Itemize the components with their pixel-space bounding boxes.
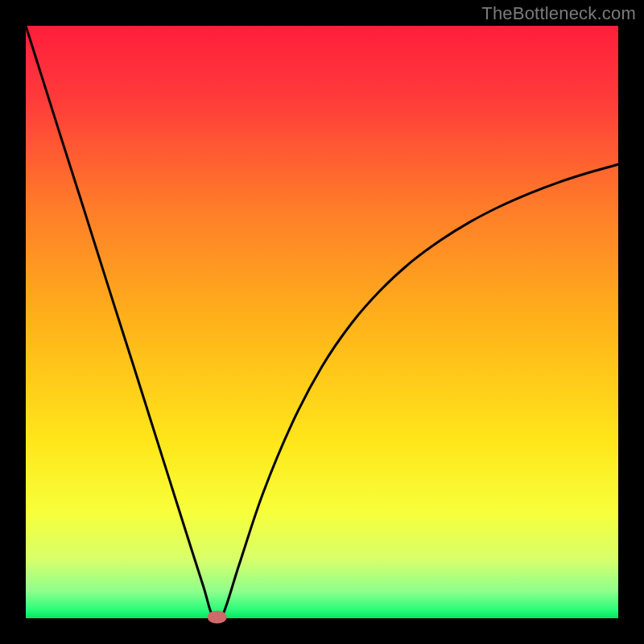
plot-background bbox=[26, 26, 618, 618]
chart-svg bbox=[0, 0, 644, 644]
marker-layer bbox=[208, 611, 227, 624]
watermark-text: TheBottleneck.com bbox=[481, 3, 636, 24]
optimum-point bbox=[208, 611, 227, 624]
